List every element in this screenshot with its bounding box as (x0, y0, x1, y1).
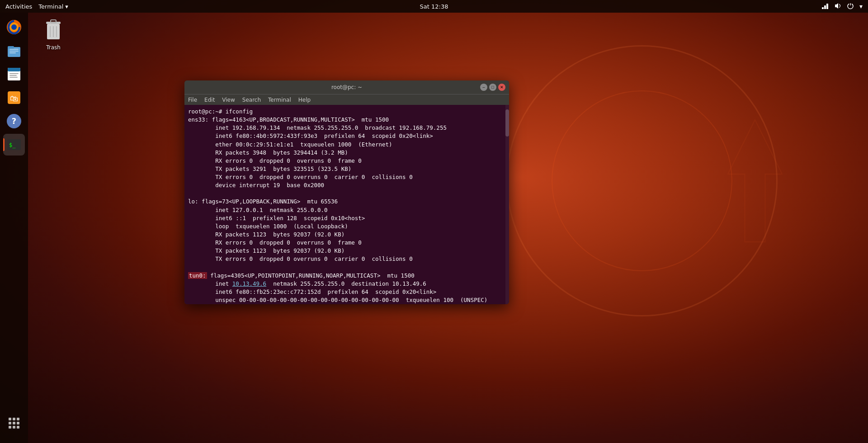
sidebar-bottom (0, 412, 28, 434)
terminal-titlebar: root@pc: ~ – □ ✕ (184, 80, 509, 94)
terminal-window[interactable]: root@pc: ~ – □ ✕ File Edit View Search T… (184, 80, 509, 304)
active-app-name: Terminal (38, 3, 63, 10)
svg-rect-10 (9, 52, 16, 53)
svg-rect-8 (9, 49, 19, 50)
svg-rect-12 (8, 68, 20, 71)
term-line-6: RX packets 3948 bytes 3294414 (3.2 MB) (188, 149, 505, 157)
svg-rect-14 (9, 75, 17, 76)
desktop-trash-icon[interactable]: Trash (35, 17, 71, 51)
menu-edit[interactable]: Edit (204, 97, 215, 103)
term-line-15: RX packets 1123 bytes 92037 (92.0 KB) (188, 231, 505, 239)
term-line-1: root@pc:~# ifconfig (188, 108, 505, 116)
writer-icon (6, 66, 22, 82)
bg-arrow-decoration (710, 113, 800, 249)
svg-rect-23 (51, 20, 56, 23)
svg-rect-1 (824, 5, 826, 9)
topbar-left: Activities Terminal ▾ (5, 3, 68, 10)
trash-svg (42, 18, 64, 42)
active-app-menu[interactable]: Terminal ▾ (38, 3, 68, 10)
svg-rect-2 (826, 4, 828, 9)
sidebar-item-terminal[interactable]: $_ (3, 134, 25, 156)
term-line-11: lo: flags=73<UP,LOOPBACK,RUNNING> mtu 65… (188, 198, 505, 206)
app-grid-icon (6, 415, 22, 431)
term-line-10: device interrupt 19 base 0x2000 (188, 181, 505, 189)
menu-terminal[interactable]: Terminal (268, 97, 291, 103)
minimize-button[interactable]: – (480, 84, 487, 91)
show-applications-button[interactable] (3, 412, 25, 434)
svg-rect-9 (9, 51, 19, 52)
term-line-9: TX errors 0 dropped 0 overruns 0 carrier… (188, 173, 505, 181)
close-button[interactable]: ✕ (498, 84, 505, 91)
term-line-2: ens33: flags=4163<UP,BROADCAST,RUNNING,M… (188, 116, 505, 124)
svg-rect-7 (8, 46, 14, 49)
term-line-21: inet6 fe80::fb25:23ec:c772:152d prefixle… (188, 288, 505, 296)
topbar-right: ▾ (821, 2, 863, 11)
app-menu-arrow: ▾ (65, 3, 68, 10)
power-icon[interactable] (847, 2, 854, 11)
files-icon (6, 42, 22, 59)
terminal-body[interactable]: root@pc:~# ifconfig ens33: flags=4163<UP… (184, 105, 509, 304)
menu-view[interactable]: View (222, 97, 235, 103)
menu-help[interactable]: Help (298, 97, 311, 103)
term-line-3: inet 192.168.79.134 netmask 255.255.255.… (188, 124, 505, 132)
svg-text:?: ? (12, 116, 16, 126)
terminal-title: root@pc: ~ (331, 84, 362, 90)
term-line-16: RX errors 0 dropped 0 overruns 0 frame 0 (188, 239, 505, 247)
term-line-17: TX packets 1123 bytes 92037 (92.0 KB) (188, 247, 505, 255)
topbar: Activities Terminal ▾ Sat 12:38 (0, 0, 868, 13)
sidebar-item-appstore[interactable]: 🛍 (3, 87, 25, 108)
terminal-scrollbar[interactable] (505, 105, 509, 304)
topbar-clock: Sat 12:38 (420, 3, 448, 10)
terminal-scrollbar-thumb[interactable] (505, 109, 509, 137)
svg-point-5 (11, 24, 17, 30)
desktop: Activities Terminal ▾ Sat 12:38 (0, 0, 868, 443)
appstore-icon: 🛍 (6, 90, 22, 106)
activities-button[interactable]: Activities (5, 3, 32, 10)
term-line-blank-1 (188, 189, 505, 198)
svg-rect-15 (9, 77, 18, 78)
terminal-icon: $_ (6, 137, 22, 153)
term-line-14: loop txqueuelen 1000 (Local Loopback) (188, 222, 505, 231)
sidebar-item-firefox[interactable] (3, 16, 25, 38)
svg-rect-0 (822, 7, 824, 9)
svg-text:🛍: 🛍 (10, 94, 18, 103)
terminal-menubar: File Edit View Search Terminal Help (184, 94, 509, 105)
sidebar-item-writer[interactable] (3, 63, 25, 85)
term-line-8: TX packets 3291 bytes 323515 (323.5 KB) (188, 165, 505, 173)
term-line-13: inet6 ::1 prefixlen 128 scopeid 0x10<hos… (188, 214, 505, 222)
bg-decoration-2 (552, 90, 732, 271)
term-line-12: inet 127.0.0.1 netmask 255.0.0.0 (188, 206, 505, 214)
term-line-blank-2 (188, 263, 505, 271)
help-icon: ? (6, 113, 22, 129)
term-line-19: tun0: flags=4305<UP,POINTOPOINT,RUNNING,… (188, 272, 505, 280)
sidebar-item-help[interactable]: ? (3, 110, 25, 132)
trash-label: Trash (46, 44, 61, 51)
term-line-22: unspec 00-00-00-00-00-00-00-00-00-00-00-… (188, 296, 505, 304)
sidebar: 🛍 ? $_ (0, 13, 28, 443)
term-line-4: inet6 fe80::4b0:5972:433f:93e3 prefixlen… (188, 132, 505, 140)
menu-file[interactable]: File (188, 97, 197, 103)
maximize-button[interactable]: □ (489, 84, 496, 91)
network-icon[interactable] (821, 2, 829, 11)
sidebar-item-files[interactable] (3, 40, 25, 61)
menu-search[interactable]: Search (242, 97, 261, 103)
system-dropdown-icon[interactable]: ▾ (859, 3, 863, 10)
term-line-5: ether 00:0c:29:51:e1:e1 txqueuelen 1000 … (188, 141, 505, 149)
ip-address-highlight: 10.13.49.6 (232, 280, 266, 287)
svg-rect-13 (9, 73, 19, 74)
svg-text:$_: $_ (9, 142, 16, 148)
trash-icon (41, 17, 66, 42)
term-line-7: RX errors 0 dropped 0 overruns 0 frame 0 (188, 157, 505, 165)
firefox-icon (6, 19, 22, 35)
terminal-window-controls: – □ ✕ (480, 84, 505, 91)
volume-icon[interactable] (834, 2, 841, 11)
term-line-20: inet 10.13.49.6 netmask 255.255.255.0 de… (188, 280, 505, 288)
term-line-18: TX errors 0 dropped 0 overruns 0 carrier… (188, 255, 505, 263)
